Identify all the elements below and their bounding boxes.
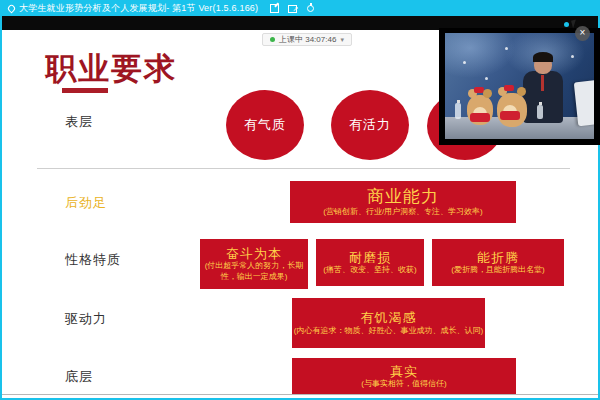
presenter-lanyard (541, 75, 544, 91)
mascot-plush-toy (467, 95, 493, 125)
box-subtitle: (与事实相符，值得信任) (361, 379, 446, 389)
box-hustle: 能折腾 (爱折腾，且能折腾出名堂) (432, 239, 564, 286)
cursor-arrow-icon (571, 19, 578, 28)
mascot-scarf (470, 113, 490, 122)
circle-temperament: 有气质 (226, 90, 304, 160)
box-title: 真实 (390, 364, 418, 380)
busy-indicator-dot (564, 22, 569, 27)
water-bottle (455, 103, 461, 119)
slide-title: 职业要求 (45, 48, 177, 90)
horizontal-divider (37, 168, 570, 169)
box-struggle: 奋斗为本 (付出超乎常人的努力，长期性，输出一定成果) (200, 239, 308, 289)
box-business-ability: 商业能力 (营销创新、行业/用户洞察、专注、学习效率) (290, 181, 516, 223)
share-icon[interactable] (288, 4, 297, 13)
water-bottle (537, 105, 543, 119)
mascot-scarf (500, 111, 520, 120)
presenter-video-overlay[interactable]: × (439, 28, 600, 145)
presenter-video-frame (445, 33, 594, 139)
monitor (574, 80, 594, 126)
box-subtitle: (付出超乎常人的努力，长期性，输出一定成果) (200, 261, 308, 282)
mascot-bow (504, 85, 514, 91)
slide-bottom-edge (2, 394, 598, 395)
settings-icon[interactable] (306, 4, 315, 13)
box-hunger: 有饥渴感 (内心有追求：物质、好胜心、事业成功、成长、认同) (292, 298, 485, 348)
title-bar: 大学生就业形势分析及个人发展规划- 第1节 Ver(1.5.6.166) (0, 0, 600, 16)
titlebar-actions (270, 4, 315, 13)
row-label-surface: 表层 (65, 113, 93, 131)
app-window: 大学生就业形势分析及个人发展规划- 第1节 Ver(1.5.6.166) 上课中… (0, 0, 600, 400)
class-status-badge[interactable]: 上课中 34:07:46 ▾ (262, 33, 352, 46)
box-endure: 耐磨损 (痛苦、改变、坚持、收获) (316, 239, 424, 286)
backdrop-sparkle (463, 61, 466, 64)
box-subtitle: (营销创新、行业/用户洞察、专注、学习效率) (323, 207, 483, 217)
mascot-plush-toy (497, 93, 527, 127)
backdrop-sparkle (485, 77, 488, 80)
box-subtitle: (内心有追求：物质、好胜心、事业成功、成长、认同) (294, 326, 483, 336)
edit-icon[interactable] (270, 4, 279, 13)
box-subtitle: (痛苦、改变、坚持、收获) (323, 265, 416, 275)
mouse-cursor (564, 20, 586, 29)
row-label-stamina: 后劲足 (65, 194, 107, 212)
box-authentic: 真实 (与事实相符，值得信任) (292, 358, 516, 395)
box-title: 商业能力 (367, 187, 439, 207)
backdrop-sparkle (571, 55, 574, 58)
box-title: 耐磨损 (349, 250, 391, 266)
presenter-hair (533, 52, 553, 62)
row-label-traits: 性格特质 (65, 251, 121, 269)
backdrop-sparkle (505, 47, 508, 50)
video-player-area: 上课中 34:07:46 ▾ 职业要求 表层 后劲足 性格特质 驱动力 底层 有… (2, 16, 598, 398)
box-title: 有饥渴感 (361, 310, 417, 326)
title-underline (62, 88, 108, 93)
live-dot-icon (270, 37, 275, 42)
location-pin-icon (7, 5, 14, 12)
circle-vitality: 有活力 (331, 90, 409, 160)
mascot-bow (474, 87, 484, 93)
chevron-down-icon: ▾ (340, 36, 344, 44)
box-subtitle: (爱折腾，且能折腾出名堂) (451, 265, 544, 275)
class-status-label: 上课中 34:07:46 (279, 34, 336, 45)
window-title: 大学生就业形势分析及个人发展规划- 第1节 Ver(1.5.6.166) (19, 0, 258, 16)
box-title: 奋斗为本 (226, 246, 282, 262)
row-label-drive: 驱动力 (65, 310, 107, 328)
row-label-base: 底层 (65, 368, 93, 386)
box-title: 能折腾 (477, 250, 519, 266)
